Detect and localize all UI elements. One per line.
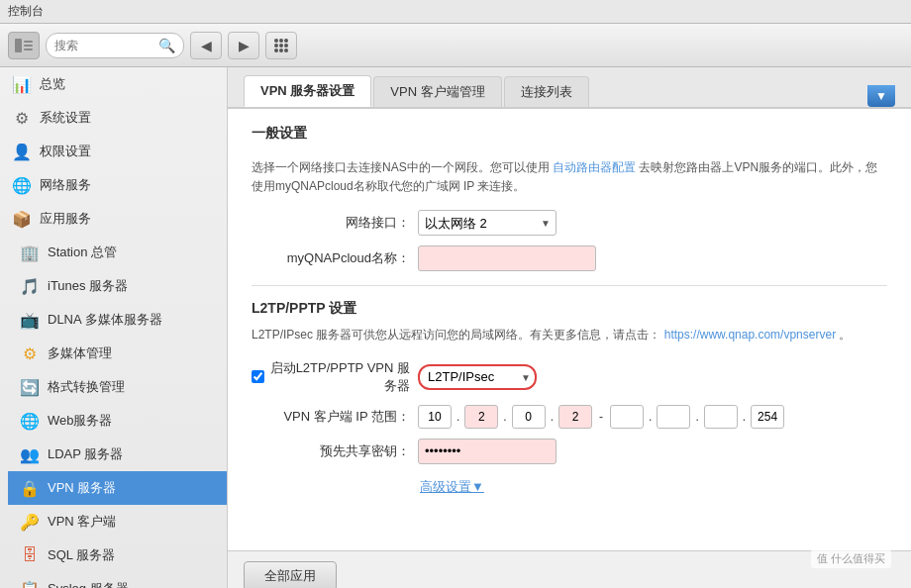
sidebar-item-itunes[interactable]: 🎵 iTunes 服务器 xyxy=(8,269,227,303)
myqnapcloud-label: myQNAPcloud名称： xyxy=(252,249,410,267)
apply-all-button[interactable]: 全部应用 xyxy=(244,561,337,588)
sidebar-item-format-label: 格式转换管理 xyxy=(48,378,125,396)
l2tp-section-title: L2TP/PPTP 设置 xyxy=(252,300,887,318)
sidebar-item-system[interactable]: ⚙ 系统设置 xyxy=(0,101,227,135)
sidebar-item-vpn-server[interactable]: 🔒 VPN 服务器 xyxy=(8,471,227,505)
vpn-client-ip-row: VPN 客户端 IP 范围： . . . - . . xyxy=(252,405,887,429)
web-icon: 🌐 xyxy=(20,411,40,431)
sidebar-item-network-label: 网络服务 xyxy=(40,176,91,194)
ip-box-6[interactable] xyxy=(657,405,690,429)
svg-point-8 xyxy=(279,44,283,48)
sidebar-item-sql[interactable]: 🗄 SQL 服务器 xyxy=(8,539,227,572)
psk-input[interactable] xyxy=(418,439,557,464)
advanced-settings-link[interactable]: 高级设置▼ xyxy=(420,478,484,496)
panel-content: 一般设置 选择一个网络接口去连接NAS中的一个网段。您可以使用 自动路由器配置 … xyxy=(228,109,911,550)
ip-box-7[interactable] xyxy=(704,405,738,429)
syslog-icon: 📋 xyxy=(20,579,40,588)
forward-icon: ▶ xyxy=(239,38,250,53)
vpn-client-icon: 🔑 xyxy=(20,512,40,532)
back-button[interactable]: ◀ xyxy=(190,32,222,59)
vpn-type-select[interactable]: L2TP/IPsec PPTP xyxy=(418,364,537,390)
network-icon: 🌐 xyxy=(12,175,32,195)
tab-vpn-client-management[interactable]: VPN 客户端管理 xyxy=(373,76,501,107)
vpn-type-dropdown-wrapper[interactable]: L2TP/IPsec PPTP xyxy=(418,364,537,390)
tab-vpn-server-settings[interactable]: VPN 服务器设置 xyxy=(244,75,371,107)
sidebar-item-media-label: 多媒体管理 xyxy=(48,344,112,362)
sidebar-item-overview-label: 总览 xyxy=(40,75,65,93)
main-layout: 📊 总览 ⚙ 系统设置 👤 权限设置 🌐 网络服务 📦 应用服务 🏢 Stati… xyxy=(0,67,911,588)
psk-row: 预先共享密钥： xyxy=(252,439,887,464)
sidebar-item-appservices[interactable]: 📦 应用服务 xyxy=(0,202,227,236)
ip-box-1[interactable] xyxy=(418,405,452,429)
section-divider xyxy=(252,285,887,286)
general-settings-desc: 选择一个网络接口去连接NAS中的一个网段。您可以使用 自动路由器配置 去映射您路… xyxy=(252,158,887,196)
ip-box-2[interactable] xyxy=(464,405,498,429)
ip-box-3[interactable] xyxy=(512,405,546,429)
search-input[interactable] xyxy=(54,39,158,52)
sidebar-item-permissions[interactable]: 👤 权限设置 xyxy=(0,135,227,168)
sidebar-item-dlna-label: DLNA 多媒体服务器 xyxy=(48,311,162,329)
search-icon: 🔍 xyxy=(158,38,175,53)
vpn-client-ip-control: . . . - . . . xyxy=(418,405,784,429)
svg-rect-1 xyxy=(24,41,33,43)
svg-point-6 xyxy=(284,39,288,43)
chevron-down-button[interactable]: ▼ xyxy=(867,85,895,107)
sidebar-item-dlna[interactable]: 📺 DLNA 多媒体服务器 xyxy=(8,303,227,337)
sidebar-item-vpn-client[interactable]: 🔑 VPN 客户端 xyxy=(8,505,227,539)
forward-button[interactable]: ▶ xyxy=(228,32,259,59)
sidebar-toggle-button[interactable] xyxy=(8,32,40,59)
sidebar-item-appservices-label: 应用服务 xyxy=(40,210,91,228)
sidebar-item-syslog[interactable]: 📋 Syslog 服务器 xyxy=(8,572,227,588)
watermark: 值 什么值得买 xyxy=(811,549,891,568)
network-interface-control: 以太网络 2 xyxy=(418,210,557,236)
myqnapcloud-row: myQNAPcloud名称： xyxy=(252,245,887,271)
psk-label: 预先共享密钥： xyxy=(252,442,410,460)
svg-rect-0 xyxy=(15,39,22,52)
svg-point-10 xyxy=(274,49,278,52)
sidebar-item-web[interactable]: 🌐 Web服务器 xyxy=(8,404,227,438)
back-icon: ◀ xyxy=(201,38,212,53)
ldap-icon: 👥 xyxy=(20,444,40,464)
title-bar: 控制台 xyxy=(0,0,911,24)
ip-box-8[interactable] xyxy=(751,405,784,429)
enable-vpn-checkbox[interactable] xyxy=(252,370,264,383)
ip-range: . . . - . . . xyxy=(418,405,784,429)
sidebar-item-format[interactable]: 🔄 格式转换管理 xyxy=(8,370,227,404)
network-interface-select[interactable]: 以太网络 2 xyxy=(418,210,557,236)
grid-button[interactable] xyxy=(265,32,297,59)
apps-icon: 📦 xyxy=(12,209,32,229)
system-icon: ⚙ xyxy=(12,108,32,128)
sidebar-item-vpn-client-label: VPN 客户端 xyxy=(48,513,116,531)
tab-connection-list[interactable]: 连接列表 xyxy=(504,76,589,107)
tabs-bar: VPN 服务器设置 VPN 客户端管理 连接列表 ▼ xyxy=(228,67,911,109)
sidebar-item-permissions-label: 权限设置 xyxy=(40,143,91,160)
svg-point-12 xyxy=(284,49,288,52)
myqnapcloud-input[interactable] xyxy=(418,245,596,271)
vpn-type-control: L2TP/IPsec PPTP xyxy=(418,364,537,390)
search-box[interactable]: 🔍 xyxy=(46,33,184,58)
vpn-info-link[interactable]: https://www.qnap.com/vpnserver xyxy=(664,328,836,342)
sidebar-item-syslog-label: Syslog 服务器 xyxy=(48,580,129,588)
sidebar-item-itunes-label: iTunes 服务器 xyxy=(48,277,128,295)
enable-vpn-row: 启动L2TP/PPTP VPN 服务器 L2TP/IPsec PPTP xyxy=(252,359,887,395)
sidebar: 📊 总览 ⚙ 系统设置 👤 权限设置 🌐 网络服务 📦 应用服务 🏢 Stati… xyxy=(0,67,228,588)
sidebar-item-overview[interactable]: 📊 总览 xyxy=(0,67,227,101)
itunes-icon: 🎵 xyxy=(20,276,40,296)
sidebar-item-ldap[interactable]: 👥 LDAP 服务器 xyxy=(8,438,227,471)
ip-box-5[interactable] xyxy=(610,405,644,429)
network-interface-dropdown-wrapper[interactable]: 以太网络 2 xyxy=(418,210,557,236)
svg-point-7 xyxy=(274,44,278,48)
auto-router-config-link[interactable]: 自动路由器配置 xyxy=(553,160,636,174)
grid-icon xyxy=(273,38,289,53)
sql-icon: 🗄 xyxy=(20,545,40,565)
svg-rect-3 xyxy=(24,49,33,50)
sidebar-item-web-label: Web服务器 xyxy=(48,412,113,430)
dlna-icon: 📺 xyxy=(20,310,40,330)
toolbar: 🔍 ◀ ▶ xyxy=(0,24,911,67)
general-settings-title: 一般设置 xyxy=(252,125,887,148)
sidebar-item-network[interactable]: 🌐 网络服务 xyxy=(0,168,227,202)
sidebar-item-media[interactable]: ⚙ 多媒体管理 xyxy=(8,337,227,370)
sidebar-item-station[interactable]: 🏢 Station 总管 xyxy=(8,236,227,269)
ip-box-4[interactable] xyxy=(558,405,592,429)
enable-vpn-label: 启动L2TP/PPTP VPN 服务器 xyxy=(252,359,410,395)
